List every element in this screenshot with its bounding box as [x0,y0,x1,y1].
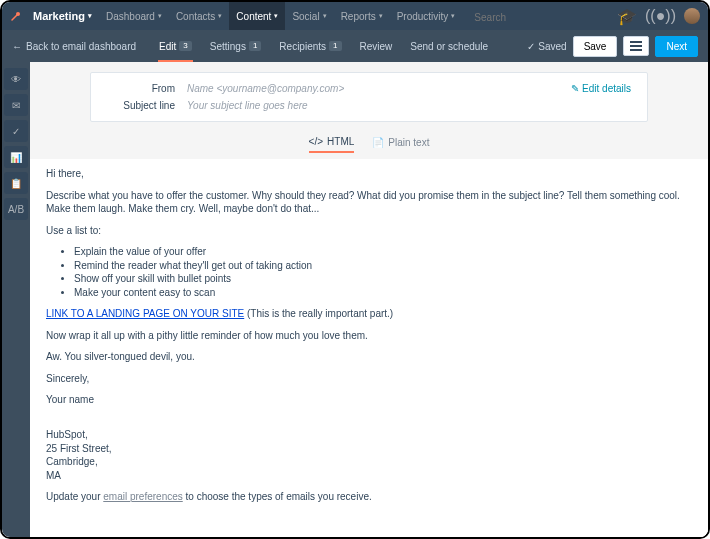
clipboard-icon[interactable]: 📋 [4,172,28,194]
top-nav: Marketing▾ Dashboard▾Contacts▾Content▾So… [2,2,708,30]
workspace: 👁✉✓📊📋A/B From Name <yourname@company.com… [2,62,708,537]
chevron-down-icon: ▾ [274,12,278,20]
global-search [470,7,617,26]
sub-nav: ← Back to email dashboard Edit3Settings1… [2,30,708,62]
preferences-line: Update your email preferences to choose … [46,490,686,504]
edit-details-link[interactable]: ✎ Edit details [571,83,631,94]
view-mode-tabs: </> HTML 📄 Plain text [30,136,708,153]
nav-reports[interactable]: Reports▾ [334,2,390,30]
code-icon: </> [309,136,323,147]
tab-edit[interactable]: Edit3 [150,30,201,62]
nav-brand-label: Marketing [33,10,85,22]
email-preferences-link[interactable]: email preferences [103,491,182,502]
saved-label: Saved [538,41,566,52]
nav-productivity[interactable]: Productivity▾ [390,2,463,30]
greeting: Hi there, [46,167,686,181]
from-label: From [107,83,187,94]
next-button[interactable]: Next [655,36,698,57]
from-value: Name <yourname@company.com> [187,83,571,94]
nav-content[interactable]: Content▾ [229,2,285,30]
paragraph-3: Now wrap it all up with a pithy little r… [46,329,686,343]
nav-brand-marketing[interactable]: Marketing▾ [26,2,99,30]
paragraph-1: Describe what you have to offer the cust… [46,189,686,216]
back-label: Back to email dashboard [26,41,136,52]
tab-recipients[interactable]: Recipients1 [270,30,350,62]
list-item: Explain the value of your offer [74,245,686,259]
tab-plaintext-label: Plain text [388,137,429,148]
address-line-3: Cambridge, [46,455,686,469]
sender-name: Your name [46,393,686,407]
chevron-down-icon: ▾ [88,12,92,20]
nav-social[interactable]: Social▾ [285,2,333,30]
check-icon: ✓ [527,41,535,52]
academy-icon[interactable]: 🎓 [617,7,637,26]
save-button[interactable]: Save [573,36,618,57]
address-line-4: MA [46,469,686,483]
edit-details-label: Edit details [582,83,631,94]
eye-icon[interactable]: 👁 [4,68,28,90]
chart-icon[interactable]: 📊 [4,146,28,168]
tab-review[interactable]: Review [351,30,402,62]
cta-link[interactable]: LINK TO A LANDING PAGE ON YOUR SITE [46,308,244,319]
search-input[interactable] [470,9,580,26]
address-line-1: HubSpot, [46,428,686,442]
chevron-down-icon: ▾ [323,12,327,20]
tab-send-or-schedule[interactable]: Send or schedule [401,30,497,62]
tab-html-label: HTML [327,136,354,147]
cta-note: (This is the really important part.) [244,308,393,319]
ab-icon[interactable]: A/B [4,198,28,220]
saved-indicator: ✓ Saved [527,41,566,52]
cta-line: LINK TO A LANDING PAGE ON YOUR SITE (Thi… [46,307,686,321]
badge: 3 [179,41,191,51]
user-avatar[interactable] [684,8,700,24]
chevron-down-icon: ▾ [451,12,455,20]
tab-settings[interactable]: Settings1 [201,30,271,62]
list-view-button[interactable] [623,36,649,56]
document-icon: 📄 [372,137,384,148]
signoff: Sincerely, [46,372,686,386]
badge: 1 [329,41,341,51]
back-link[interactable]: ← Back to email dashboard [12,41,136,52]
badge: 1 [249,41,261,51]
nav-contacts[interactable]: Contacts▾ [169,2,229,30]
email-body[interactable]: Hi there, Describe what you have to offe… [30,159,708,537]
address-line-2: 25 First Street, [46,442,686,456]
side-toolbar: 👁✉✓📊📋A/B [2,62,30,537]
tab-plaintext[interactable]: 📄 Plain text [372,136,429,153]
list-item: Remind the reader what they'll get out o… [74,259,686,273]
chevron-down-icon: ▾ [218,12,222,20]
pencil-icon: ✎ [571,83,579,94]
paragraph-4: Aw. You silver-tongued devil, you. [46,350,686,364]
chevron-down-icon: ▾ [379,12,383,20]
list-item: Show off your skill with bullet points [74,272,686,286]
list-item: Make your content easy to scan [74,286,686,300]
hubspot-logo-icon [10,10,22,22]
envelope-icon[interactable]: ✉ [4,94,28,116]
check-icon[interactable]: ✓ [4,120,28,142]
paragraph-2: Use a list to: [46,224,686,238]
chevron-down-icon: ▾ [158,12,162,20]
bullet-list: Explain the value of your offerRemind th… [74,245,686,299]
subject-value: Your subject line goes here [187,100,631,111]
subject-label: Subject line [107,100,187,111]
broadcast-icon[interactable]: ((●)) [645,7,676,25]
nav-dashboard[interactable]: Dashboard▾ [99,2,169,30]
arrow-left-icon: ← [12,41,22,52]
email-header-card: From Name <yourname@company.com> ✎ Edit … [90,72,648,122]
tab-html[interactable]: </> HTML [309,136,355,153]
